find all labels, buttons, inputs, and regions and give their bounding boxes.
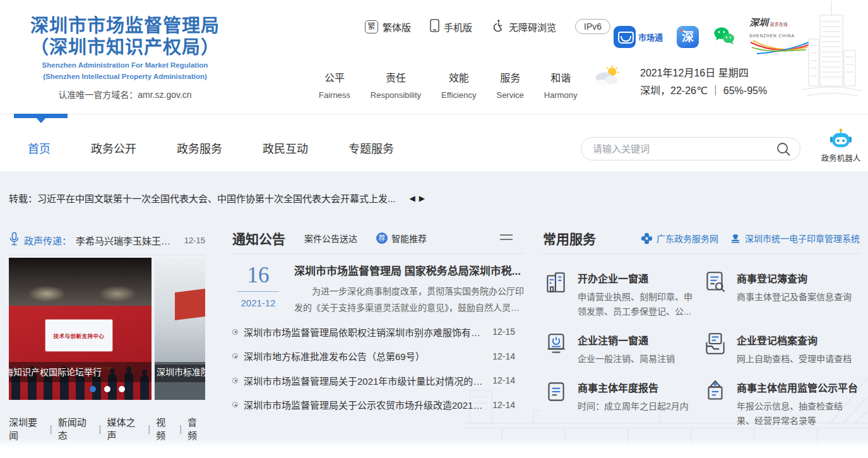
- ticker-prev-next-icons[interactable]: ◀▶: [410, 194, 429, 203]
- accessibility-label: 无障碍浏览: [509, 20, 556, 33]
- service-title: 商事登记簿查询: [737, 269, 852, 286]
- site-title-en2: (Shenzhen Intellectual Property Administ…: [18, 73, 232, 81]
- smart-recommend-label: 智能推荐: [391, 232, 427, 244]
- market-tong-label: 市场通: [638, 31, 663, 43]
- site-title-line1: 深圳市市场监督管理局: [18, 15, 232, 37]
- notice-title: 深圳市市场监督管理局依职权注销深圳市别亦难服饰有限...: [244, 325, 484, 339]
- voice-row: 政声传递： 李希马兴瑞李玉妹王荣会... 12-15: [9, 232, 205, 248]
- value-en: Responsibility: [371, 90, 421, 100]
- service-body: 商事主体年度报告 时间：成立周年之日起2月内: [578, 378, 689, 428]
- notice-item[interactable]: 深圳市市场监督管理局关于公示农贸市场升级改造2021年... 12-14: [232, 393, 515, 418]
- power-terminal-icon: [543, 331, 569, 358]
- value-en: Fairness: [319, 90, 350, 100]
- guangdong-gov-service-link[interactable]: 广东政务服务网: [641, 232, 718, 244]
- news-tabs: 深圳要闻| 新闻动态| 媒体之声| 视频| 音频: [9, 415, 205, 442]
- nav-item-special[interactable]: 专题服务: [348, 140, 394, 156]
- weather-text: 2021年12月16日 星期四 深圳，22-26℃ ｜ 65%-95%: [640, 64, 767, 100]
- service-title: 商事主体信用监管公示平台: [737, 378, 858, 395]
- eseal-system-link[interactable]: 深圳市统一电子印章管理系统: [730, 232, 860, 244]
- featured-body: 深圳市市场监督管理局 国家税务总局深圳市税... 为进一步深化商事制度改革，贯彻…: [284, 262, 524, 316]
- notice-title: 深圳市市场监督管理局关于2021年市级计量比对情况的通报: [244, 374, 484, 387]
- gov-robot-button[interactable]: 政务机器人: [819, 128, 862, 164]
- guangdong-gov-service-label: 广东政务服务网: [657, 232, 718, 244]
- ipv6-badge[interactable]: IPv6: [575, 19, 610, 34]
- service-company-deregister[interactable]: 企业注销一窗通 企业一般注销、简易注销: [543, 331, 702, 366]
- carousel-dots: [9, 386, 205, 392]
- value-efficiency: 效能 Efficiency: [441, 69, 476, 100]
- recommend-badge-icon: 荐: [376, 232, 388, 244]
- gov-robot-label: 政务机器人: [819, 152, 862, 164]
- search-input[interactable]: [593, 143, 771, 154]
- smart-recommend-link[interactable]: 荐 智能推荐: [376, 232, 427, 244]
- value-zh: 和谐: [544, 69, 578, 85]
- notice-date: 12-14: [492, 351, 515, 361]
- weather-icon: [592, 64, 622, 92]
- nav-item-gov-services[interactable]: 政务服务: [177, 140, 222, 156]
- carousel-caption-text: 海知识产权国际论坛举行: [9, 367, 102, 377]
- company-building-icon: [543, 269, 569, 296]
- service-title: 企业登记档案查询: [737, 331, 852, 347]
- notice-item[interactable]: 深圳市地方标准批准发布公告（总第69号） 12-14: [232, 344, 515, 369]
- accessibility-link[interactable]: 无障碍浏览: [491, 19, 556, 34]
- slide-photo-ceiling: [9, 258, 152, 306]
- document-search-icon: [702, 269, 728, 296]
- site-title-en1: Shenzhen Administration For Market Regul…: [18, 61, 232, 69]
- active-tab-indicator: [14, 114, 68, 118]
- app-links: 市场通 深 深圳 政务在线 SHENZHEN CHINA: [614, 15, 810, 59]
- notice-list: 深圳市市场监督管理局依职权注销深圳市别亦难服饰有限... 12-15 深圳市地方…: [232, 320, 524, 417]
- ticker-text[interactable]: 转载：习近平在中国文联第十一次全国代表大会、中国作协第十次全国代表大会开幕式上发…: [9, 191, 396, 205]
- service-credit-platform[interactable]: 商事主体信用监管公示平台 年报公示信息、抽查检查结果、经营异常名录等: [702, 378, 860, 428]
- tab-media-voice[interactable]: 媒体之声: [107, 415, 143, 442]
- page: 深圳市市场监督管理局 （深圳市知识产权局） Shenzhen Administr…: [0, 0, 868, 458]
- bullet-icon: [232, 378, 238, 383]
- mobile-icon: [430, 19, 439, 34]
- voice-date: 12-15: [184, 236, 205, 245]
- tab-separator: |: [50, 423, 52, 434]
- featured-day: 16: [232, 263, 284, 287]
- notice-item[interactable]: 深圳市市场监督管理局关于2021年市级计量比对情况的通报 12-14: [232, 368, 515, 393]
- voice-headline[interactable]: 李希马兴瑞李玉妹王荣会...: [76, 234, 180, 247]
- more-icon[interactable]: [500, 234, 513, 243]
- carousel-dot-1[interactable]: [90, 386, 96, 392]
- value-harmony: 和谐 Harmony: [544, 69, 578, 100]
- carousel-dot-3[interactable]: [119, 386, 125, 392]
- tab-separator: |: [179, 423, 182, 434]
- i-shenzhen-app-icon[interactable]: 深: [677, 26, 699, 48]
- service-desc: 年报公示信息、抽查检查结果、经营异常名录等: [737, 399, 858, 428]
- divider: [9, 255, 205, 255]
- tab-shenzhen-news[interactable]: 深圳要闻: [9, 415, 44, 442]
- service-register-book-query[interactable]: 商事登记簿查询 商事主体登记及备案信息查询: [702, 269, 860, 319]
- voice-label[interactable]: 政声传递：: [24, 234, 71, 247]
- case-announcement-link[interactable]: 案件公告送达: [304, 232, 357, 244]
- mobile-version-link[interactable]: 手机版: [430, 19, 472, 34]
- service-desc: 网上自助查档、受理申请查档: [737, 352, 852, 366]
- weather-widget: 2021年12月16日 星期四 深圳，22-26℃ ｜ 65%-95%: [592, 64, 767, 100]
- wechat-icon[interactable]: [713, 26, 735, 49]
- nav-item-interaction[interactable]: 政民互动: [263, 140, 308, 156]
- tab-news-updates[interactable]: 新闻动态: [58, 415, 93, 442]
- carousel-dot-2[interactable]: [104, 386, 110, 392]
- site-logo[interactable]: 深圳市市场监督管理局 （深圳市知识产权局） Shenzhen Administr…: [18, 15, 232, 100]
- traditional-chinese-link[interactable]: 繁 繁体版: [365, 20, 411, 33]
- featured-title[interactable]: 深圳市市场监督管理局 国家税务总局深圳市税...: [294, 262, 524, 278]
- service-annual-report[interactable]: 商事主体年度报告 时间：成立周年之日起2月内: [543, 378, 702, 428]
- notices-column: 通知公告 案件公告送达 荐 智能推荐 16 2021-12 深圳市市场监督管理局…: [232, 229, 524, 417]
- nav-item-gov-info[interactable]: 政务公开: [91, 140, 136, 156]
- service-open-company[interactable]: 开办企业一窗通 申请营业执照、刻制印章、申领发票、员工参保登记、公...: [543, 269, 702, 319]
- search-icon[interactable]: [776, 142, 791, 157]
- robot-icon: [829, 128, 853, 148]
- carousel-caption: 海知识产权国际论坛举行: [9, 362, 152, 382]
- tab-audio[interactable]: 音频: [187, 415, 205, 442]
- archive-file-icon: [702, 331, 728, 358]
- market-tong-app[interactable]: 市场通: [614, 26, 663, 48]
- value-responsibility: 责任 Responsibility: [371, 69, 421, 100]
- notice-item[interactable]: 深圳市市场监督管理局依职权注销深圳市别亦难服饰有限... 12-15: [232, 320, 515, 344]
- tab-video[interactable]: 视频: [156, 415, 174, 442]
- market-tong-icon: [614, 26, 636, 48]
- notice-date: 12-14: [492, 400, 515, 410]
- service-body: 企业注销一窗通 企业一般注销、简易注销: [578, 331, 675, 366]
- service-title: 企业注销一窗通: [578, 331, 675, 347]
- credit-board-icon: [702, 378, 728, 405]
- nav-item-home[interactable]: 首页: [28, 140, 51, 156]
- service-archive-query[interactable]: 企业登记档案查询 网上自助查档、受理申请查档: [702, 331, 860, 366]
